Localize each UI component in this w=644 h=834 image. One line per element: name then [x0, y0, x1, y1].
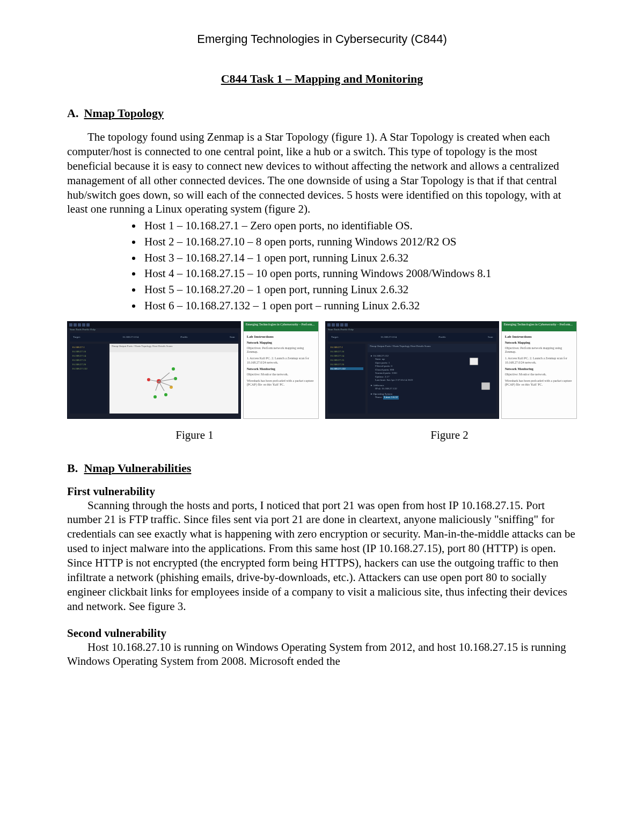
- sidebar-host-selected: 10.168.27.132: [330, 367, 363, 370]
- taskbar-icon: [78, 323, 81, 327]
- list-item: Host 5 – 10.168.27.20 – 1 open port, run…: [142, 282, 577, 298]
- sidebar-host: 10.168.27.10: [72, 350, 105, 353]
- sidebar-host: 10.168.27.15: [72, 359, 105, 361]
- panel-subtitle: Network Mapping: [247, 341, 315, 344]
- sidebar-host: 10.168.27.1: [330, 346, 363, 349]
- target-value: 10.168.27.0/24: [380, 336, 397, 338]
- figure-2: Scan Tools Profile Help Target: 10.168.2…: [325, 321, 577, 419]
- detail-line: Name:: [375, 396, 383, 398]
- scan-button: Scan: [488, 336, 493, 338]
- list-item: Host 1 – 10.168.27.1 – Zero open ports, …: [142, 219, 577, 234]
- taskbar-icon: [69, 323, 72, 327]
- screenshot-zenmap-hostdetails: Scan Tools Profile Help Target: 10.168.2…: [325, 321, 499, 419]
- menu-row: Scan Tools Profile Help: [326, 328, 499, 331]
- section-a-title: Nmap Topology: [84, 106, 164, 120]
- panel-text: Objectives: Perform network mapping usin…: [247, 346, 315, 355]
- host-details-panel: Nmap Output Ports / Hosts Topology Host …: [368, 344, 496, 414]
- panel-text: Objectives: Perform network mapping usin…: [505, 346, 573, 355]
- first-vulnerability-heading: First vulnerability: [67, 485, 577, 498]
- taskbar-icon: [82, 323, 85, 327]
- target-bar: Target: 10.168.27.0/24 Profile Scan: [328, 333, 496, 342]
- panel-subtitle-2: Network Monitoring: [247, 367, 315, 371]
- section-a-letter: A.: [67, 106, 81, 120]
- course-header: Emerging Technologies in Cybersecurity (…: [67, 32, 577, 46]
- panel-text: Objective: Monitor the network.: [247, 373, 315, 377]
- topology-canvas: Nmap Output Ports / Hosts Topology Host …: [109, 344, 238, 414]
- host-list: Host 1 – 10.168.27.1 – Zero open ports, …: [67, 219, 577, 313]
- first-vulnerability-text: Scanning through the hosts and ports, I …: [67, 498, 577, 614]
- tab-strip: Nmap Output Ports / Hosts Topology Host …: [368, 344, 496, 352]
- sidebar-host: 10.168.27.132: [72, 367, 105, 370]
- sidebar-host: 10.168.27.15: [330, 359, 363, 361]
- topology-node: [153, 395, 157, 398]
- sidebar-host: 10.168.27.10: [330, 350, 363, 353]
- panel-text: Objective: Monitor the network.: [505, 373, 573, 377]
- sidebar-host: 10.168.27.14: [330, 354, 363, 357]
- taskbar: [326, 322, 499, 328]
- section-b-heading: B. Nmap Vulnerabilities: [67, 461, 577, 475]
- host-sidebar: 10.168.27.1 10.168.27.10 10.168.27.14 10…: [328, 344, 365, 414]
- lab-instructions-panel: Emerging Technologies in Cybersecurity –…: [501, 321, 577, 419]
- target-label: Target:: [331, 336, 339, 338]
- document-page: Emerging Technologies in Cybersecurity (…: [0, 0, 644, 834]
- figure-1: Scan Tools Profile Help Target: 10.168.2…: [67, 321, 319, 419]
- taskbar-icon: [74, 323, 77, 327]
- detail-line: IPv4: 10.168.27.132: [371, 387, 493, 391]
- scan-button: Scan: [230, 336, 235, 338]
- sidebar-host: 10.168.27.20: [330, 363, 363, 366]
- list-item: Host 4 – 10.168.27.15 – 10 open ports, r…: [142, 266, 577, 281]
- menu-row: Scan Tools Profile Help: [68, 328, 240, 331]
- taskbar-icon: [327, 323, 331, 327]
- second-vulnerability-text: Host 10.168.27.10 is running on Windows …: [67, 640, 577, 669]
- panel-header: Emerging Technologies in Cybersecurity –…: [244, 322, 318, 331]
- figure-2-caption: Figure 2: [322, 429, 577, 442]
- taskbar-icon: [340, 323, 343, 327]
- topology-node: [172, 367, 175, 371]
- taskbar-icon: [332, 323, 335, 327]
- host-sidebar: 10.168.27.1 10.168.27.10 10.168.27.14 10…: [70, 344, 107, 414]
- taskbar-icon: [86, 323, 90, 327]
- panel-text: 1. Access Kali PC. 2. Launch a Zenmap sc…: [247, 357, 315, 365]
- figure-captions: Figure 1 Figure 2: [67, 429, 577, 442]
- host-status-icon: [470, 358, 478, 365]
- section-b-letter: B.: [67, 461, 81, 475]
- figures-row: Scan Tools Profile Help Target: 10.168.2…: [67, 321, 577, 419]
- target-label: Target:: [73, 336, 80, 338]
- section-b-title: Nmap Vulnerabilities: [84, 461, 192, 475]
- tab-strip: Nmap Output Ports / Hosts Topology Host …: [109, 344, 238, 352]
- list-item: Host 3 – 10.168.27.14 – 1 open port, run…: [142, 251, 577, 266]
- panel-header: Emerging Technologies in Cybersecurity –…: [502, 322, 576, 331]
- target-bar: Target: 10.168.27.0/24 Profile Scan: [70, 333, 238, 342]
- taskbar: [68, 322, 240, 328]
- panel-title: Lab Instructions: [505, 335, 573, 339]
- target-value: 10.168.27.0/24: [122, 336, 138, 338]
- section-a-paragraph: The topology found using Zenmap is a Sta…: [67, 130, 577, 216]
- panel-text: 1. Access Kali PC. 2. Launch a Zenmap sc…: [505, 357, 573, 365]
- list-item: Host 6 – 10.168.27.132 – 1 open port – r…: [142, 299, 577, 314]
- section-a-heading: A. Nmap Topology: [67, 106, 577, 120]
- panel-text: Wireshark has been preloaded with a pack…: [505, 379, 573, 388]
- document-title: C844 Task 1 – Mapping and Monitoring: [67, 72, 577, 86]
- profile-label: Profile: [180, 336, 188, 338]
- sidebar-host: 10.168.27.14: [72, 354, 105, 357]
- taskbar-icon: [336, 323, 339, 327]
- screenshot-zenmap-topology: Scan Tools Profile Help Target: 10.168.2…: [67, 321, 241, 419]
- panel-title: Lab Instructions: [247, 335, 315, 339]
- sidebar-host: 10.168.27.20: [72, 363, 105, 366]
- detail-os-value: Linux 2.6.32: [383, 396, 399, 400]
- detail-line: Last boot: Sat Apr 2 07:05:14 2022: [375, 379, 493, 382]
- list-item: Host 2 – 10.168.27.10 – 8 open ports, ru…: [142, 235, 577, 250]
- panel-text: Wireshark has been preloaded with a pack…: [247, 379, 315, 388]
- sidebar-host: 10.168.27.1: [72, 346, 105, 349]
- figure-1-caption: Figure 1: [67, 429, 322, 442]
- lab-instructions-panel: Emerging Technologies in Cybersecurity –…: [243, 321, 319, 419]
- panel-subtitle-2: Network Monitoring: [505, 367, 573, 371]
- profile-label: Profile: [438, 336, 446, 338]
- taskbar-icon: [345, 323, 348, 327]
- second-vulnerability-heading: Second vulnerability: [67, 627, 577, 640]
- panel-subtitle: Network Mapping: [505, 341, 573, 344]
- topology-node: [164, 393, 167, 396]
- host-device-icon: [481, 382, 490, 390]
